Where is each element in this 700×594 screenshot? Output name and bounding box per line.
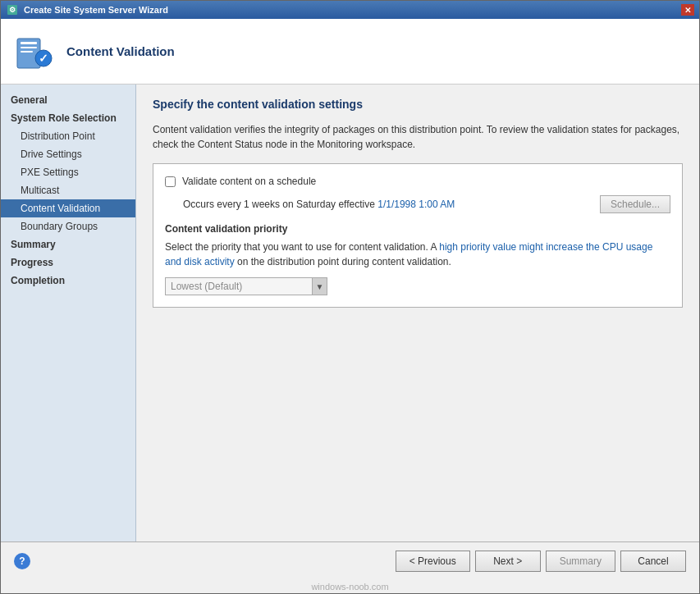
svg-text:✓: ✓	[39, 52, 48, 65]
header-title: Content Validation	[66, 44, 175, 58]
dropdown-arrow-icon: ▼	[313, 277, 327, 295]
occurs-date: 1/1/1998	[377, 199, 416, 210]
schedule-button[interactable]: Schedule...	[600, 195, 670, 213]
footer-left: ?	[14, 553, 391, 569]
sidebar-item-summary[interactable]: Summary	[1, 235, 135, 254]
svg-rect-4	[21, 47, 37, 48]
main-window: ⚙ Create Site System Server Wizard ✕ ✓ C…	[0, 0, 700, 594]
priority-select[interactable]: Lowest (Default) Low Medium High Highest	[165, 277, 313, 295]
occurs-text: Occurs every 1 weeks on Saturday effecti…	[183, 199, 455, 210]
svg-rect-5	[21, 51, 33, 53]
wizard-icon: ✓	[14, 32, 53, 71]
sidebar-item-progress[interactable]: Progress	[1, 254, 135, 272]
sidebar-item-boundary-groups[interactable]: Boundary Groups	[1, 217, 135, 235]
priority-title: Content validation priority	[165, 223, 670, 235]
sidebar-item-multicast[interactable]: Multicast	[1, 181, 135, 199]
sidebar-item-general[interactable]: General	[1, 91, 135, 109]
validate-schedule-checkbox[interactable]	[165, 176, 176, 187]
svg-rect-3	[21, 42, 37, 44]
cancel-button[interactable]: Cancel	[620, 551, 686, 572]
priority-highlight: high priority value might increase the C…	[165, 241, 652, 267]
content-area: Specify the content validation settings …	[136, 85, 699, 541]
sidebar-item-content-validation[interactable]: Content Validation	[1, 199, 135, 217]
occurs-time: 1:00 AM	[419, 199, 455, 210]
help-icon[interactable]: ?	[14, 553, 30, 569]
svg-text:⚙: ⚙	[9, 6, 16, 14]
previous-button[interactable]: < Previous	[396, 551, 470, 572]
page-title: Specify the content validation settings	[153, 98, 683, 111]
header-area: ✓ Content Validation	[1, 19, 699, 85]
body-area: General System Role Selection Distributi…	[1, 85, 699, 541]
next-button[interactable]: Next >	[475, 551, 541, 572]
validate-schedule-label[interactable]: Validate content on a schedule	[182, 176, 316, 187]
sidebar-item-system-role-selection[interactable]: System Role Selection	[1, 109, 135, 127]
title-bar: ⚙ Create Site System Server Wizard ✕	[1, 1, 699, 19]
validate-schedule-row: Validate content on a schedule	[165, 176, 670, 187]
summary-button[interactable]: Summary	[546, 551, 615, 572]
sidebar-item-completion[interactable]: Completion	[1, 272, 135, 290]
footer: ? < Previous Next > Summary Cancel	[1, 541, 699, 580]
close-button[interactable]: ✕	[681, 4, 694, 16]
validation-panel: Validate content on a schedule Occurs ev…	[153, 163, 683, 308]
priority-section: Content validation priority Select the p…	[165, 223, 670, 295]
sidebar-item-pxe-settings[interactable]: PXE Settings	[1, 163, 135, 181]
info-text: Content validation verifies the integrit…	[153, 122, 683, 152]
sidebar: General System Role Selection Distributi…	[1, 85, 136, 541]
watermark: windows-noob.com	[1, 580, 699, 593]
occurs-row: Occurs every 1 weeks on Saturday effecti…	[165, 195, 670, 213]
sidebar-item-distribution-point[interactable]: Distribution Point	[1, 127, 135, 145]
priority-dropdown-container: Lowest (Default) Low Medium High Highest…	[165, 277, 670, 295]
sidebar-item-drive-settings[interactable]: Drive Settings	[1, 145, 135, 163]
title-bar-title: Create Site System Server Wizard	[24, 5, 681, 15]
priority-desc: Select the priority that you want to use…	[165, 240, 670, 269]
title-bar-icon: ⚙	[6, 3, 19, 16]
